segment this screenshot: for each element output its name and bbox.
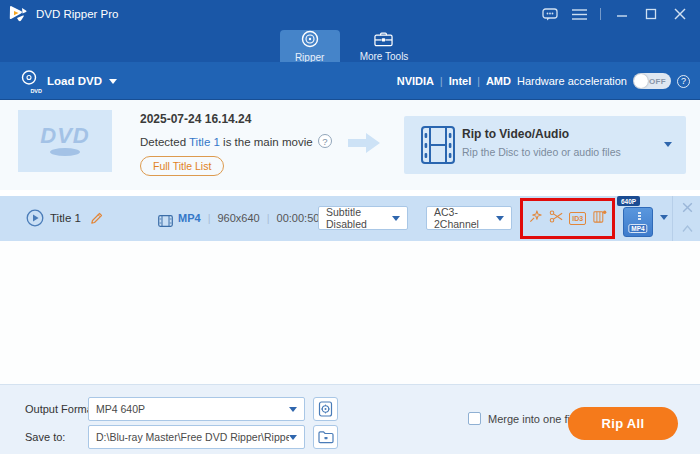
merge-checkbox[interactable] — [468, 412, 481, 425]
disc-icon: DVD — [20, 69, 40, 93]
feedback-icon[interactable] — [542, 6, 558, 22]
video-file-icon — [158, 213, 173, 231]
rip-mode-selector[interactable]: Rip to Video/Audio Rip the Disc to video… — [404, 116, 686, 174]
tab-bar: Ripper More Tools — [0, 28, 700, 62]
brand-intel: Intel — [449, 75, 472, 87]
dvd-thumbnail: DVD — [18, 110, 112, 172]
badge-format-label: MP4 — [628, 224, 647, 233]
hw-accel-label: Hardware acceleration — [517, 75, 627, 87]
chevron-down-icon — [289, 407, 297, 412]
id3-editor-icon[interactable]: ID3 — [569, 212, 586, 225]
subtitle-dropdown-value: Subtitle Disabled — [326, 206, 392, 230]
help-icon[interactable]: ? — [318, 134, 332, 148]
compress-video-icon[interactable] — [592, 209, 607, 228]
rip-all-button[interactable]: Rip All — [568, 407, 678, 440]
tab-ripper[interactable]: Ripper — [280, 30, 340, 62]
format-value: MP4 — [178, 212, 201, 224]
brand-nvidia: NVIDIA — [397, 75, 434, 87]
hardware-acceleration-group: NVIDIA | Intel | AMD Hardware accelerati… — [397, 62, 690, 100]
disc-info-section: DVD 2025-07-24 16.14.24 Detected Title 1… — [0, 100, 700, 190]
audio-dropdown[interactable]: AC3-2Channel — [426, 206, 512, 230]
window-controls — [542, 0, 688, 28]
dvd-logo: DVD — [40, 126, 89, 146]
cut-scissors-icon[interactable] — [549, 209, 564, 228]
detected-suffix: is the main movie — [220, 136, 313, 148]
load-dvd-label: Load DVD — [47, 75, 102, 87]
save-to-label: Save to: — [25, 425, 65, 449]
hw-accel-toggle[interactable]: OFF — [633, 73, 671, 89]
titlebar-divider — [600, 8, 601, 20]
play-preview-icon[interactable] — [26, 209, 44, 231]
move-up-icon[interactable] — [681, 219, 694, 237]
remove-title-icon[interactable] — [681, 200, 694, 218]
chevron-down-icon — [289, 435, 297, 440]
toggle-knob — [634, 74, 648, 88]
app-logo-icon — [8, 4, 28, 24]
title-list-row: Title 1 MP4 | 960x640 | 00:00:50 Subtitl… — [0, 196, 700, 241]
flow-arrow-icon — [346, 130, 382, 160]
tab-ripper-label: Ripper — [295, 52, 324, 63]
dvd-logo-ellipse — [50, 148, 80, 156]
separator: | — [477, 76, 480, 87]
edit-magic-wand-icon[interactable] — [528, 209, 543, 228]
brand-amd: AMD — [486, 75, 511, 87]
toolbox-icon — [374, 31, 393, 49]
filmstrip-icon — [420, 126, 456, 168]
merge-label: Merge into one file — [488, 413, 579, 425]
tab-more-tools-label: More Tools — [360, 51, 409, 62]
badge-quality-ribbon: 640P — [617, 196, 640, 206]
app-window: DVD Ripper Pro Ripper — [0, 0, 700, 454]
full-title-list-button[interactable]: Full Title List — [140, 156, 224, 176]
chevron-down-icon — [496, 216, 504, 221]
separator: | — [440, 76, 443, 87]
title-metadata: MP4 | 960x640 | 00:00:50 — [178, 212, 319, 224]
menu-icon[interactable] — [571, 6, 587, 22]
close-button[interactable] — [672, 6, 688, 22]
open-folder-button[interactable] — [313, 425, 338, 449]
disc-title-text: 2025-07-24 16.14.24 — [140, 112, 251, 126]
audio-dropdown-value: AC3-2Channel — [434, 206, 496, 230]
chevron-down-icon — [392, 216, 400, 221]
rename-pencil-icon[interactable] — [90, 210, 105, 229]
detected-title-link[interactable]: Title 1 — [189, 136, 220, 148]
output-format-badge[interactable]: MP4 640P — [620, 200, 656, 238]
ripper-disc-icon — [301, 30, 319, 50]
zipper-detail — [638, 212, 641, 221]
detected-prefix: Detected — [140, 136, 189, 148]
titlebar: DVD Ripper Pro — [0, 0, 700, 28]
subtitle-dropdown[interactable]: Subtitle Disabled — [318, 206, 408, 230]
duration-value: 00:00:50 — [277, 212, 320, 224]
minimize-button[interactable] — [614, 6, 630, 22]
toggle-state-label: OFF — [649, 77, 666, 86]
format-file-icon: MP4 — [623, 207, 653, 237]
output-format-value: MP4 640P — [96, 403, 145, 415]
app-title: DVD Ripper Pro — [36, 0, 118, 28]
toolbar: DVD Load DVD NVIDIA | Intel | AMD Hardwa… — [0, 62, 700, 100]
save-to-dropdown[interactable]: D:\Blu-ray Master\Free DVD Ripper\Ripper — [88, 425, 305, 449]
separator: | — [208, 212, 211, 224]
chevron-down-icon[interactable] — [664, 142, 672, 147]
bottom-bar: Output Format: MP4 640P Save to: D:\Blu-… — [0, 384, 700, 454]
detected-main-movie-text: Detected Title 1 is the main movie — [140, 136, 313, 148]
highlight-red-box: ID3 — [520, 198, 615, 239]
chevron-down-icon — [109, 79, 117, 84]
title-name: Title 1 — [50, 212, 81, 224]
maximize-button[interactable] — [643, 6, 659, 22]
load-dvd-button[interactable]: DVD Load DVD — [20, 62, 117, 100]
rip-mode-title: Rip to Video/Audio — [462, 127, 569, 141]
merge-option: Merge into one file — [468, 412, 579, 425]
resolution-value: 960x640 — [217, 212, 259, 224]
help-icon[interactable]: ? — [677, 75, 690, 88]
tab-more-tools[interactable]: More Tools — [348, 30, 421, 62]
chevron-down-icon[interactable] — [660, 215, 668, 220]
separator: | — [267, 212, 270, 224]
rip-mode-subtitle: Rip the Disc to video or audio files — [462, 146, 621, 158]
row-divider — [672, 196, 673, 241]
title-list-empty-area — [0, 241, 700, 384]
format-settings-button[interactable] — [313, 397, 338, 421]
output-format-dropdown[interactable]: MP4 640P — [88, 397, 305, 421]
save-to-value: D:\Blu-ray Master\Free DVD Ripper\Ripper — [96, 431, 289, 443]
